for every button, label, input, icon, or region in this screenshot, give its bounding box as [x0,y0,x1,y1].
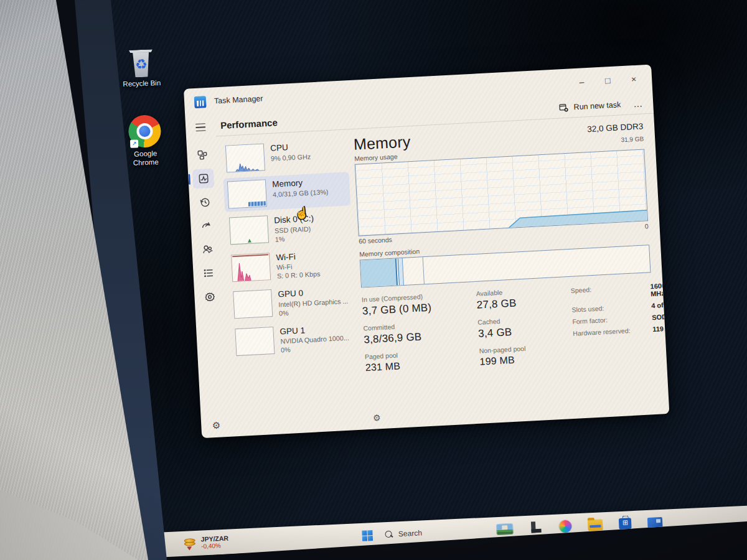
stat-available: Available 27,8 GB [476,286,557,312]
window-settings-gear-icon[interactable]: ⚙ [373,413,381,423]
perf-item-wifi[interactable]: Wi-Fi Wi-Fi S: 0 R: 0 Kbps [227,245,355,286]
close-button[interactable]: × [620,68,647,90]
composition-divider [422,257,424,284]
stat-non-paged-pool: Non-paged pool 199 MB [479,343,560,368]
currency-coins-icon [184,538,197,549]
widget-thumbnail-icon[interactable] [496,523,514,535]
gpu1-mini-chart [235,327,275,356]
main-pane: Performance Run new task … [215,92,669,437]
desktop-icon-google-chrome[interactable]: ↗ Google Chrome [123,114,168,168]
settings-gear-icon[interactable]: ⚙ [212,420,220,432]
window-title: Task Manager [214,94,263,105]
nav-services-icon[interactable] [199,286,221,307]
detail-label: Form factor: [572,314,644,325]
composition-modified-segment [398,258,404,285]
minimize-button[interactable]: – [568,70,595,93]
nav-users-icon[interactable] [196,240,218,260]
memory-detail-pane: Memory 32,0 GB DDR3 31,9 GB Memory usage [353,120,660,426]
file-explorer-icon[interactable] [588,519,603,531]
task-manager-window: Task Manager – □ × [184,65,669,439]
recycle-bin-icon: ♻ [129,49,154,77]
perf-item-cpu[interactable]: CPU 9% 0,90 GHz [222,136,349,175]
menu-icon[interactable] [192,119,210,136]
nav-app-history-icon[interactable] [194,192,216,213]
perf-item-gpu0[interactable]: GPU 0 Intel(R) HD Graphics ... 0% [229,282,357,323]
run-new-task-label: Run new task [573,100,621,111]
recycle-bin-label: Recycle Bin [120,79,164,89]
stat-cached: Cached 3,4 GB [477,314,558,340]
dark-app-icon[interactable] [529,521,543,534]
memory-hardware-details: Speed: 1600 MHz Slots used: 4 of 4 Form … [570,281,669,363]
microsoft-store-icon[interactable] [619,518,632,530]
stat-committed: Committed 3,8/36,9 GB [363,319,470,347]
performance-sidebar: CPU 9% 0,90 GHz Memory [222,136,362,432]
detail-label: Slots used: [571,302,644,314]
run-new-task-icon [558,102,569,113]
widgets-button[interactable]: JPY/ZAR -0,40% [184,534,228,551]
stat-value: 199 MB [479,352,560,368]
stat-value: 3,4 GB [478,324,558,340]
run-new-task-button[interactable]: Run new task [558,100,621,113]
perf-item-gpu1[interactable]: GPU 1 NVIDIA Quadro 1000... 0% [231,319,359,360]
composition-inuse-segment [360,258,398,287]
task-manager-app-icon [194,96,207,108]
memory-total-capacity: 32,0 GB DDR3 [587,121,644,134]
desktop-icon-recycle-bin[interactable]: ♻ Recycle Bin [119,49,164,89]
disk-mini-chart [229,215,269,245]
wifi-mini-chart [231,253,271,282]
perf-item-disk0[interactable]: Disk 0 (C:) SSD (RAID) 1% [225,208,353,249]
stat-value: 27,8 GB [476,295,557,312]
window-controls: – □ × [568,68,647,93]
chrome-icon: ↗ [128,114,162,148]
search-button[interactable]: Search [385,528,423,539]
perf-item-line3: 1% [275,233,314,243]
gpu0-mini-chart [233,289,273,319]
maximize-button[interactable]: □ [594,69,621,91]
chart-zero-label: 0 [644,222,648,230]
recycle-glyph-icon: ♻ [135,58,148,72]
cpu-mini-chart [225,143,265,172]
stat-in-use: In use (Compressed) 3,7 GB (0 MB) [362,291,469,318]
page-title: Performance [220,117,278,131]
memory-usage-chart [355,149,648,236]
start-button[interactable] [362,530,374,541]
perf-item-line2: 9% 0,90 GHz [271,152,311,162]
stat-paged-pool: Paged pool 231 MB [365,347,471,373]
perf-item-line3: S: 0 R: 0 Kbps [277,269,321,281]
detail-label: Hardware reserved: [573,326,645,337]
running-app-icon[interactable] [647,516,663,528]
memory-mini-chart [227,179,267,208]
nav-processes-icon[interactable] [191,145,214,166]
memory-stats: In use (Compressed) 3,7 GB (0 MB) Availa… [362,286,560,373]
chrome-label: Google Chrome [126,149,166,168]
currency-change-label: -0,40% [201,542,229,550]
nav-startup-apps-icon[interactable] [195,216,217,236]
shortcut-arrow-icon: ↗ [130,139,138,147]
photo-scene: ♻ Recycle Bin ↗ Google Chrome Task Manag… [0,0,747,560]
nav-details-icon[interactable] [197,263,220,283]
copilot-icon[interactable] [559,520,572,533]
detail-label: Speed: [570,283,643,302]
chart-time-label: 60 seconds [359,236,392,245]
more-options-icon[interactable]: … [633,101,643,106]
search-icon [385,530,394,539]
memory-pane-title: Memory [353,133,411,154]
nav-performance-icon[interactable] [192,169,215,189]
search-label: Search [398,528,423,538]
perf-item-memory[interactable]: Memory 4,0/31,9 GB (13%) [223,172,351,212]
